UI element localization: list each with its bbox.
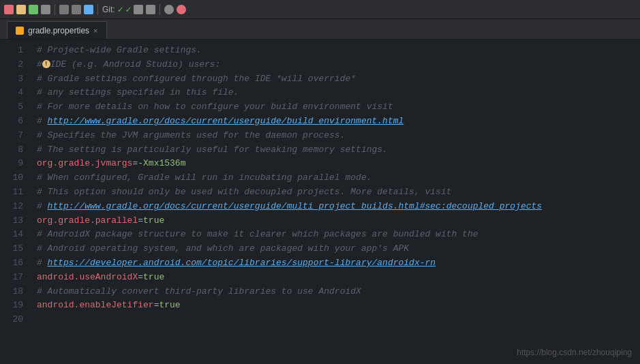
code-line: # any settings specified in this file.: [37, 86, 635, 100]
code-line: # When configured, Gradle will run in in…: [37, 171, 635, 185]
comment-text: # AndroidX package structure to make it …: [37, 229, 478, 239]
line-number: 7: [7, 129, 23, 143]
toolbar-separator-2: [97, 4, 98, 15]
toolbar-icon-4: [41, 5, 50, 14]
toolbar: Git: ✓ ✓: [0, 0, 640, 19]
line-number: 8: [7, 143, 23, 157]
search-icon[interactable]: [164, 5, 174, 14]
comment-text: #: [37, 201, 48, 211]
git-check-1[interactable]: ✓: [118, 4, 123, 15]
line-number: 3: [7, 72, 23, 87]
line-number: 12: [7, 200, 23, 214]
link-text[interactable]: http://www.gradle.org/docs/current/userg…: [48, 116, 404, 126]
toolbar-icon-10: [177, 5, 186, 14]
toolbar-icon-7: [84, 5, 93, 14]
line-number: 13: [7, 214, 23, 228]
line-number: 1: [7, 44, 23, 58]
property-value: -Xmx1536m: [138, 158, 185, 168]
code-line: [37, 313, 635, 327]
line-number: 15: [7, 242, 23, 256]
tab-filename: gradle.properties: [28, 26, 89, 35]
comment-text: # This option should only be used with d…: [37, 187, 452, 197]
editor-area: 1234567891011121314151617181920 # Projec…: [0, 40, 640, 364]
code-line: org.gradle.parallel=true: [37, 214, 635, 228]
line-number: 5: [7, 100, 23, 115]
comment-text: IDE (e.g. Android Studio) users:: [50, 59, 221, 70]
line-number: 10: [7, 171, 23, 185]
code-line: # Android operating system, and which ar…: [37, 242, 635, 256]
comment-text: # Specifies the JVM arguments used for t…: [37, 130, 345, 140]
comment-text: # Android operating system, and which ar…: [37, 243, 409, 254]
comment-text: #: [37, 59, 42, 70]
line-number: 6: [7, 115, 23, 129]
toolbar-icon-9: [146, 5, 155, 14]
property-key: android.enableJetifier: [37, 300, 154, 310]
line-number: 14: [7, 228, 23, 242]
line-number: 4: [7, 86, 23, 100]
code-line: # Automatically convert third-party libr…: [37, 285, 635, 299]
code-line: #!IDE (e.g. Android Studio) users:: [37, 58, 635, 72]
code-line: android.enableJetifier=true: [37, 299, 635, 313]
toolbar-icon-3: [29, 5, 38, 14]
tab-gradle-properties[interactable]: gradle.properties ×: [7, 21, 107, 39]
code-line: # Project-wide Gradle settings.: [37, 44, 635, 58]
line-numbers: 1234567891011121314151617181920: [0, 40, 31, 364]
line-number: 18: [7, 285, 23, 299]
link-text[interactable]: https://developer.android.com/topic/libr…: [48, 258, 436, 268]
code-line: # Specifies the JVM arguments used for t…: [37, 129, 635, 143]
comment-text: # The setting is particularly useful for…: [37, 145, 388, 155]
tab-close-button[interactable]: ×: [93, 27, 97, 35]
code-line: org.gradle.jvmargs=-Xmx1536m: [37, 157, 635, 171]
comment-text: # Automatically convert third-party libr…: [37, 286, 361, 297]
link-text[interactable]: http://www.gradle.org/docs/current/userg…: [48, 201, 543, 211]
toolbar-icon-1: [4, 5, 14, 14]
code-line: # https://developer.android.com/topic/li…: [37, 256, 635, 271]
toolbar-icon-2: [16, 5, 26, 14]
code-line: # The setting is particularly useful for…: [37, 143, 635, 157]
comment-text: #: [37, 116, 48, 126]
equals-sign: =: [138, 272, 143, 282]
comment-text: # any settings specified in this file.: [37, 87, 239, 97]
line-number: 9: [7, 157, 23, 171]
toolbar-separator-3: [159, 4, 160, 15]
property-value: true: [143, 215, 164, 226]
code-line: # AndroidX package structure to make it …: [37, 228, 635, 242]
tab-bar: gradle.properties ×: [0, 19, 640, 40]
toolbar-separator-1: [55, 4, 55, 15]
comment-text: # When configured, Gradle will run in in…: [37, 172, 371, 183]
equals-sign: =: [138, 215, 143, 226]
property-key: android.useAndroidX: [37, 272, 138, 282]
property-key: org.gradle.parallel: [37, 215, 138, 226]
watermark: https://blog.csdn.net/zhouqiping: [517, 348, 632, 357]
code-line: # Gradle settings configured through the…: [37, 72, 635, 87]
line-number: 11: [7, 185, 23, 200]
line-number: 2: [7, 58, 23, 72]
git-check-2[interactable]: ✓: [126, 4, 132, 15]
comment-text: # For more details on how to configure y…: [37, 102, 393, 112]
code-line: # http://www.gradle.org/docs/current/use…: [37, 200, 635, 214]
line-number: 16: [7, 256, 23, 271]
toolbar-icon-8: [134, 5, 143, 14]
line-number: 20: [7, 313, 23, 327]
line-number: 19: [7, 299, 23, 313]
code-content[interactable]: # Project-wide Gradle settings.#!IDE (e.…: [31, 40, 640, 364]
property-key: org.gradle.jvmargs: [37, 158, 132, 168]
warning-icon: !: [42, 60, 50, 68]
code-line: # http://www.gradle.org/docs/current/use…: [37, 115, 635, 129]
line-number: 17: [7, 271, 23, 285]
comment-text: #: [37, 258, 48, 268]
code-line: android.useAndroidX=true: [37, 271, 635, 285]
toolbar-icon-6: [72, 5, 81, 14]
tab-file-icon: [16, 27, 24, 35]
toolbar-icon-5: [59, 5, 69, 14]
property-value: true: [159, 300, 180, 310]
comment-text: # Gradle settings configured through the…: [37, 74, 356, 84]
code-line: # For more details on how to configure y…: [37, 100, 635, 115]
comment-text: # Project-wide Gradle settings.: [37, 45, 202, 55]
code-line: # This option should only be used with d…: [37, 185, 635, 200]
property-value: true: [143, 272, 164, 282]
git-label: Git:: [102, 5, 115, 14]
